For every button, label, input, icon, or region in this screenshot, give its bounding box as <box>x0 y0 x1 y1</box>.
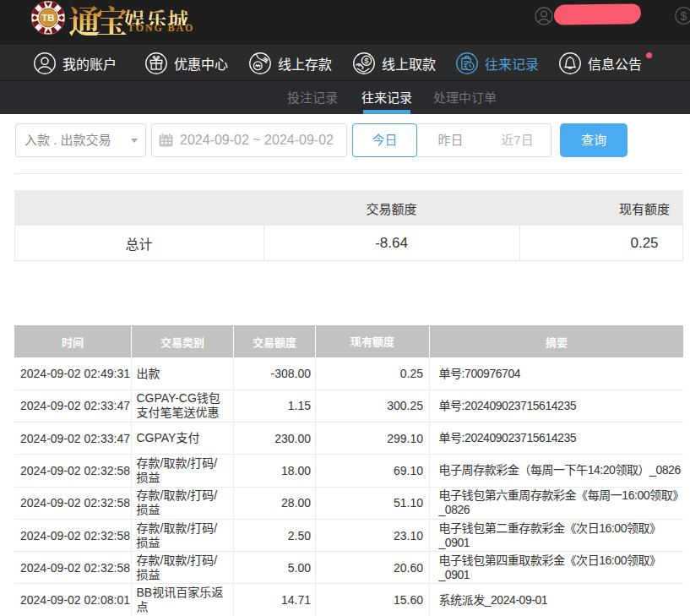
svg-text:TB: TB <box>41 13 54 23</box>
svg-text:$: $ <box>681 9 687 23</box>
svg-text:$: $ <box>364 56 369 65</box>
